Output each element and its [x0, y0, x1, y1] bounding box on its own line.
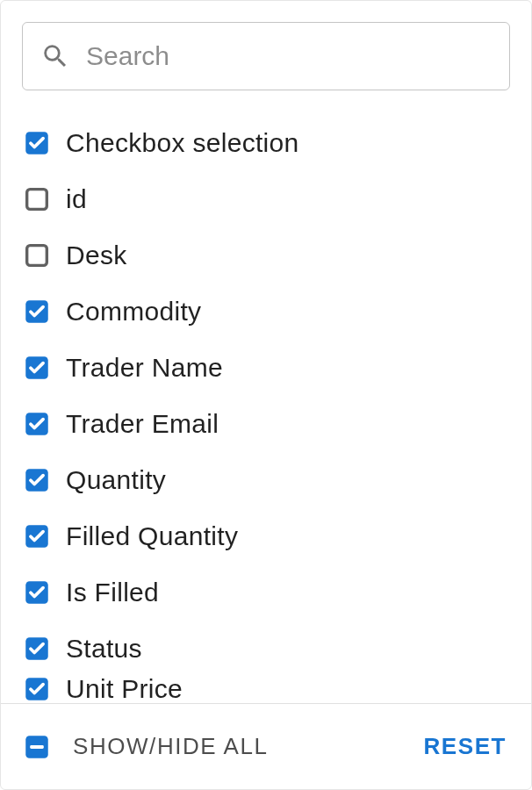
reset-button[interactable]: RESET — [421, 726, 510, 767]
column-row: Is Filled — [22, 564, 510, 621]
toggle-all-group: SHOW/HIDE ALL — [22, 732, 421, 762]
toggle-all-checkbox[interactable] — [22, 732, 52, 762]
column-label: id — [66, 184, 87, 214]
svg-rect-2 — [27, 246, 47, 266]
checkbox-checked-icon — [22, 634, 52, 664]
column-row: Trader Name — [22, 340, 510, 396]
checkbox-checked-icon — [22, 578, 52, 607]
column-label: Status — [66, 634, 142, 664]
checkbox-checked-icon — [22, 465, 52, 495]
column-checkbox[interactable] — [22, 578, 52, 607]
toggle-all-label: SHOW/HIDE ALL — [73, 733, 269, 760]
column-checkbox[interactable] — [22, 297, 52, 327]
checkbox-checked-icon — [22, 409, 52, 439]
column-row: Checkbox selection — [22, 115, 510, 171]
column-label: Filled Quantity — [66, 521, 238, 551]
column-row: Desk — [22, 227, 510, 284]
indeterminate-checkbox-icon — [22, 732, 52, 762]
column-row: Filled Quantity — [22, 508, 510, 564]
column-label: Trader Name — [66, 353, 223, 383]
column-list: Checkbox selection id Desk Commodity Tra… — [1, 101, 531, 703]
checkbox-unchecked-icon — [22, 241, 52, 270]
column-row: Unit Price — [22, 677, 510, 703]
column-label: Commodity — [66, 297, 201, 327]
checkbox-checked-icon — [22, 521, 52, 551]
column-checkbox[interactable] — [22, 241, 52, 270]
column-checkbox[interactable] — [22, 409, 52, 439]
checkbox-checked-icon — [22, 128, 52, 158]
column-selector-panel: Checkbox selection id Desk Commodity Tra… — [0, 0, 532, 790]
search-icon — [40, 41, 70, 71]
column-row: Commodity — [22, 284, 510, 340]
checkbox-unchecked-icon — [22, 184, 52, 214]
column-checkbox[interactable] — [22, 465, 52, 495]
search-input[interactable] — [70, 41, 492, 71]
column-label: Unit Price — [66, 677, 183, 701]
svg-rect-12 — [30, 745, 44, 749]
column-row: Trader Email — [22, 396, 510, 452]
search-section — [1, 1, 531, 101]
checkbox-checked-icon — [22, 677, 52, 703]
column-checkbox[interactable] — [22, 128, 52, 158]
column-checkbox[interactable] — [22, 184, 52, 214]
column-checkbox[interactable] — [22, 353, 52, 383]
column-row: Quantity — [22, 452, 510, 508]
column-checkbox[interactable] — [22, 634, 52, 664]
column-label: Trader Email — [66, 409, 219, 439]
svg-rect-1 — [27, 190, 47, 210]
column-label: Checkbox selection — [66, 128, 299, 158]
panel-footer: SHOW/HIDE ALL RESET — [1, 703, 531, 789]
column-checkbox[interactable] — [22, 521, 52, 551]
search-field[interactable] — [22, 22, 510, 90]
checkbox-checked-icon — [22, 297, 52, 327]
column-label: Quantity — [66, 465, 166, 495]
column-row: id — [22, 171, 510, 227]
column-label: Desk — [66, 241, 127, 270]
column-checkbox[interactable] — [22, 677, 52, 703]
column-row: Status — [22, 621, 510, 677]
checkbox-checked-icon — [22, 353, 52, 383]
column-label: Is Filled — [66, 578, 159, 607]
